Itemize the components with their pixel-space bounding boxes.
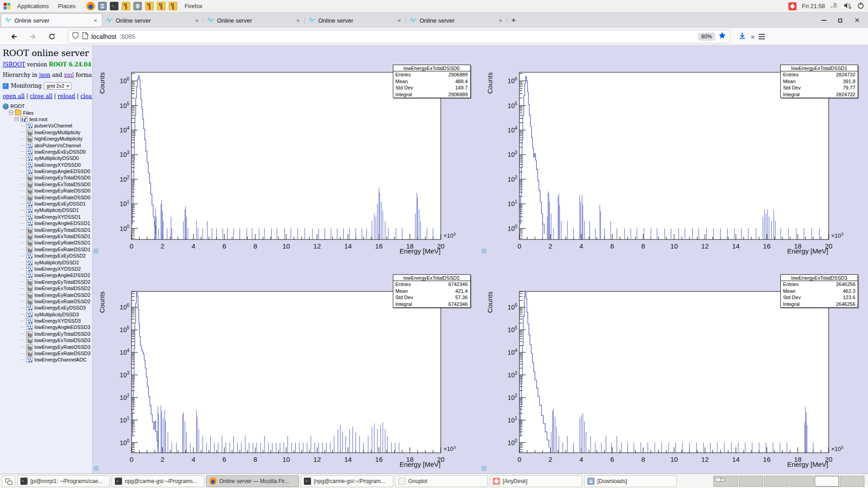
midas-launcher-icon[interactable]: [169, 2, 177, 10]
url-host[interactable]: localhost: [91, 33, 116, 40]
tree-item-histogram[interactable]: lowEnergyExEyDSSD3: [3, 305, 92, 311]
browser-tab[interactable]: Online server×: [103, 14, 203, 27]
tree-item-histogram[interactable]: lowEnergyExRateDSSD1: [3, 246, 92, 253]
tree-item-histogram[interactable]: lowEnergyExEyDSSD2: [3, 253, 92, 259]
browser-tab[interactable]: Online server×: [406, 14, 507, 27]
midas-launcher-icon[interactable]: [157, 2, 165, 10]
tree-item-histogram[interactable]: lowEnergyExTotalDSSD1: [3, 233, 92, 239]
back-button[interactable]: [7, 30, 21, 43]
json-link[interactable]: json: [39, 72, 50, 78]
tree-item-histogram[interactable]: xyMultiplicityDSSD0: [3, 155, 92, 161]
stat-box[interactable]: lowEnergyExTotalDSSD1Entries2824732Mean3…: [780, 65, 858, 98]
tree-item-files[interactable]: Files: [3, 109, 92, 116]
reload-link[interactable]: reload: [57, 93, 75, 99]
stat-box[interactable]: lowEnergyExTotalDSSD3Entries2646256Mean4…: [780, 274, 858, 308]
taskbar-button[interactable]: Online server — Mozilla Fir...: [206, 475, 299, 487]
camera-launcher-icon[interactable]: [133, 2, 142, 10]
applications-menu[interactable]: Applications: [13, 3, 53, 9]
tree-item-histogram[interactable]: lowEnergyExRateDSSD2: [3, 298, 92, 305]
pad-resize-handle[interactable]: [481, 249, 486, 253]
tree-item-histogram[interactable]: lowEnergyAngleEDSSD2: [3, 272, 92, 278]
pad-resize-handle[interactable]: [94, 466, 99, 471]
tree-item-histogram[interactable]: lowEnergyExEyDSSD1: [3, 201, 92, 207]
histogram-pad-2[interactable]: 02468101214161820100101102103104105106lo…: [93, 256, 481, 474]
zoom-level-badge[interactable]: 80%: [698, 33, 715, 41]
terminal-launcher-icon[interactable]: [110, 2, 118, 10]
taskbar-button[interactable]: [AnyDesk]: [490, 475, 582, 487]
open-all-link[interactable]: open all: [3, 93, 24, 99]
histogram-pad-1[interactable]: 02468101214161820100101102103104105106lo…: [481, 45, 868, 256]
tree-item-histogram[interactable]: lowEnergyEyRateDSSD0: [3, 188, 92, 194]
tree-item-histogram[interactable]: lowEnergyEyTotalDSSD0: [3, 174, 92, 181]
reload-button[interactable]: [45, 30, 59, 43]
tab-close-icon[interactable]: ×: [194, 17, 199, 24]
workspace-cell[interactable]: [815, 476, 839, 487]
workspace-cell[interactable]: [713, 476, 738, 487]
tree-item-histogram[interactable]: lowEnergyEyRateDSSD3: [3, 343, 92, 350]
monitoring-checkbox[interactable]: [3, 83, 9, 89]
close-all-link[interactable]: close all: [30, 93, 52, 99]
stat-box[interactable]: lowEnergyExTotalDSSD0Entries2906889Mean4…: [393, 65, 471, 98]
power-icon[interactable]: [857, 2, 864, 10]
shield-icon[interactable]: [72, 32, 79, 41]
cabinet-launcher-icon[interactable]: [98, 2, 107, 10]
bookmark-star-icon[interactable]: [718, 32, 726, 41]
pad-resize-handle[interactable]: [481, 466, 486, 471]
tree-item-histogram[interactable]: lowEnergyXYDSSD3: [3, 318, 92, 324]
tree-item-histogram[interactable]: lowEnergyExRateDSSD3: [3, 350, 92, 357]
browser-tab[interactable]: Online server×: [1, 14, 102, 27]
browser-tab[interactable]: Online server×: [204, 14, 304, 27]
page-info-icon[interactable]: [82, 32, 88, 41]
tree-item-histogram[interactable]: lowEnergyXYDSSD0: [3, 162, 92, 168]
histogram-pad-3[interactable]: 02468101214161820100101102103104105106lo…: [481, 256, 868, 474]
tree-item-histogram[interactable]: lowEnergyMultiplicity: [3, 129, 92, 136]
tab-close-icon[interactable]: ×: [295, 17, 301, 24]
taskbar-button[interactable]: [npg@carme-gsi:~/Program...: [301, 475, 393, 487]
tab-close-icon[interactable]: ×: [498, 17, 503, 24]
tree-item-histogram[interactable]: xyMultiplicityDSSD1: [3, 207, 92, 213]
stat-box[interactable]: lowEnergyExTotalDSSD2Entries6742346Mean4…: [393, 274, 471, 308]
tree-item-histogram[interactable]: lowEnergyEyRateDSSD2: [3, 291, 92, 298]
workspace-cell[interactable]: [739, 476, 763, 487]
minimize-button[interactable]: [821, 20, 826, 21]
midas-launcher-icon[interactable]: [145, 2, 154, 10]
menu-hamburger-icon[interactable]: [759, 34, 765, 39]
toolbar-overflow-button[interactable]: »: [751, 33, 754, 40]
workspace-cell[interactable]: [840, 476, 864, 487]
tree-item-histogram[interactable]: lowEnergyExRateDSSD0: [3, 194, 92, 200]
tree-item-histogram[interactable]: xyMultiplicityDSSD2: [3, 259, 92, 265]
tree-item-histogram[interactable]: lowEnergyEyTotalDSSD2: [3, 279, 92, 285]
jsroot-link[interactable]: JSROOT: [3, 61, 25, 68]
collapse-icon[interactable]: [14, 117, 19, 121]
firefox-launcher-icon[interactable]: [86, 2, 95, 10]
tree-item-histogram[interactable]: lowEnergyExEyDSSD0: [3, 149, 92, 155]
tree-item-histogram[interactable]: lowEnergyAngleEDSSD3: [3, 324, 92, 330]
workspace-cell[interactable]: [764, 476, 788, 487]
xml-link[interactable]: xml: [64, 72, 74, 78]
tree-item-histogram[interactable]: lowEnergyEyTotalDSSD3: [3, 331, 92, 337]
histogram-pad-0[interactable]: 02468101214161820100101102103104105106lo…: [93, 45, 481, 256]
tab-close-icon[interactable]: ×: [396, 17, 402, 24]
places-menu[interactable]: Places: [53, 3, 80, 9]
clear-link[interactable]: clear: [80, 93, 93, 99]
taskbar-button[interactable]: [pi@nnrpi1: ~/Programs/cae...: [17, 475, 110, 487]
network-icon[interactable]: ?: [830, 2, 838, 10]
tree-item-root[interactable]: ROOT: [3, 103, 92, 109]
tree-item-histogram[interactable]: lowEnergyEyTotalDSSD1: [3, 226, 92, 233]
tab-close-icon[interactable]: ×: [93, 17, 98, 24]
new-tab-button[interactable]: +: [507, 14, 520, 26]
taskbar-button[interactable]: Gnuplot: [395, 475, 488, 487]
browser-tab[interactable]: Online server×: [305, 14, 406, 27]
tree-item-histogram[interactable]: highEnergyMultiplicity: [3, 136, 92, 142]
tree-item-histogram[interactable]: lowEnergyXYDSSD1: [3, 214, 92, 220]
distro-logo-icon[interactable]: [4, 3, 11, 10]
taskbar-button[interactable]: npg@carme-gsi:~/Programs...: [112, 475, 204, 487]
url-bar[interactable]: localhost:8085 80%: [68, 30, 730, 43]
tree-item-histogram[interactable]: lowEnergyAngleEDSSD1: [3, 220, 92, 226]
taskbar-button[interactable]: [Downloads]: [584, 475, 677, 487]
tree-item-histogram[interactable]: lowEnergyXYDSSD2: [3, 266, 92, 272]
clock[interactable]: Fri 21:58: [802, 3, 825, 9]
midas-launcher-icon[interactable]: [122, 2, 130, 10]
volume-muted-icon[interactable]: [844, 2, 852, 10]
tree-item-test-root[interactable]: test.root: [3, 116, 92, 122]
